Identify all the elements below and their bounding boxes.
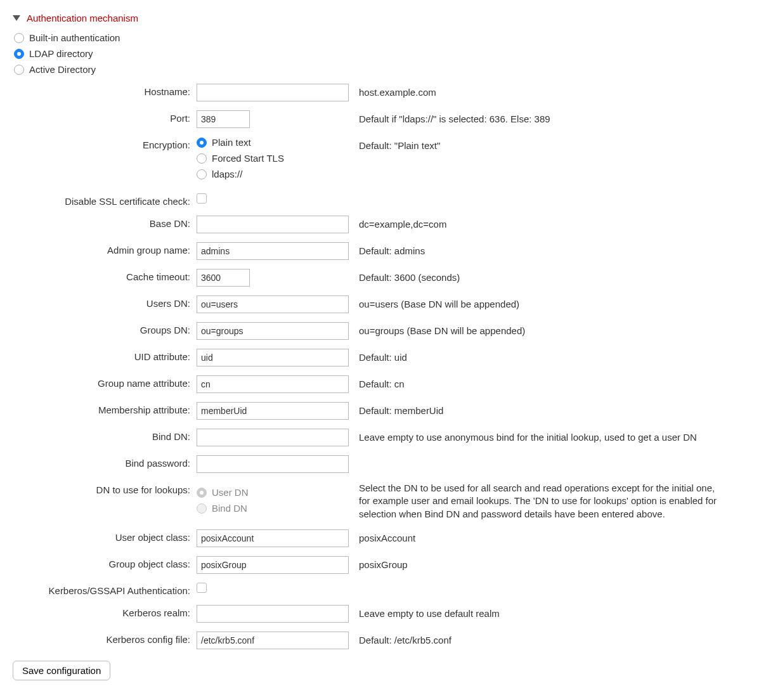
cache-timeout-label: Cache timeout: (13, 269, 197, 282)
kerberos-realm-hint: Leave empty to use default realm (349, 605, 723, 620)
users-dn-input[interactable] (197, 295, 349, 313)
encryption-tls-label[interactable]: Forced Start TLS (212, 153, 284, 164)
encryption-ldaps-radio[interactable] (197, 169, 207, 179)
hostname-input[interactable] (197, 84, 349, 101)
auth-ldap-radio[interactable] (14, 49, 24, 59)
cache-timeout-hint: Default: 3600 (seconds) (349, 269, 723, 284)
section-title: Authentication mechanism (27, 13, 138, 23)
hostname-hint: host.example.com (349, 84, 723, 99)
bind-dn-hint: Leave empty to use anonymous bind for th… (349, 429, 723, 444)
membership-attr-input[interactable] (197, 402, 349, 420)
kerberos-auth-checkbox[interactable] (197, 583, 207, 593)
group-obj-class-input[interactable] (197, 556, 349, 574)
user-obj-class-hint: posixAccount (349, 529, 723, 545)
users-dn-hint: ou=users (Base DN will be appended) (349, 295, 723, 311)
group-obj-class-label: Group object class: (13, 556, 197, 569)
admin-group-label: Admin group name: (13, 242, 197, 256)
encryption-label: Encryption: (13, 137, 197, 150)
disclosure-triangle-icon (13, 15, 20, 21)
dn-lookup-user-label: User DN (212, 487, 249, 498)
encryption-ldaps-label[interactable]: ldaps:// (212, 169, 242, 179)
port-label: Port: (13, 110, 197, 124)
groups-dn-label: Groups DN: (13, 322, 197, 335)
dn-lookup-user-radio (197, 488, 207, 498)
dn-lookup-bind-label: Bind DN (212, 503, 247, 514)
group-name-attr-hint: Default: cn (349, 375, 723, 391)
auth-type-group: Built-in authentication LDAP directory A… (13, 32, 753, 75)
kerberos-realm-input[interactable] (197, 605, 349, 623)
kerberos-auth-label: Kerberos/GSSAPI Authentication: (13, 583, 197, 596)
section-header[interactable]: Authentication mechanism (13, 13, 753, 23)
membership-attr-hint: Default: memberUid (349, 402, 723, 417)
groups-dn-input[interactable] (197, 322, 349, 340)
auth-builtin-label[interactable]: Built-in authentication (29, 32, 120, 43)
disable-ssl-checkbox[interactable] (197, 193, 207, 204)
auth-ad-label[interactable]: Active Directory (29, 64, 96, 75)
port-input[interactable] (197, 110, 250, 128)
group-obj-class-hint: posixGroup (349, 556, 723, 571)
admin-group-hint: Default: admins (349, 242, 723, 257)
group-name-attr-label: Group name attribute: (13, 375, 197, 389)
auth-ldap-label[interactable]: LDAP directory (29, 48, 93, 59)
kerberos-config-label: Kerberos config file: (13, 632, 197, 645)
encryption-plain-radio[interactable] (197, 138, 207, 148)
dn-lookups-hint: Select the DN to be used for all search … (349, 482, 723, 521)
uid-attr-input[interactable] (197, 349, 349, 366)
auth-builtin-radio[interactable] (14, 33, 24, 43)
user-obj-class-input[interactable] (197, 529, 349, 547)
dn-lookup-bind-radio (197, 503, 207, 514)
encryption-tls-radio[interactable] (197, 153, 207, 164)
save-configuration-button[interactable]: Save configuration (13, 661, 110, 680)
port-hint: Default if "ldaps://" is selected: 636. … (349, 110, 723, 126)
groups-dn-hint: ou=groups (Base DN will be appended) (349, 322, 723, 337)
bind-password-label: Bind password: (13, 455, 197, 469)
base-dn-label: Base DN: (13, 216, 197, 229)
auth-ad-radio[interactable] (14, 65, 24, 75)
kerberos-config-hint: Default: /etc/krb5.conf (349, 632, 723, 647)
hostname-label: Hostname: (13, 84, 197, 97)
uid-attr-hint: Default: uid (349, 349, 723, 364)
base-dn-input[interactable] (197, 216, 349, 233)
bind-dn-input[interactable] (197, 429, 349, 446)
encryption-plain-label[interactable]: Plain text (212, 137, 251, 148)
cache-timeout-input[interactable] (197, 269, 250, 287)
bind-dn-label: Bind DN: (13, 429, 197, 442)
membership-attr-label: Membership attribute: (13, 402, 197, 415)
uid-attr-label: UID attribute: (13, 349, 197, 362)
bind-password-input[interactable] (197, 455, 349, 473)
disable-ssl-label: Disable SSL certificate check: (13, 193, 197, 207)
user-obj-class-label: User object class: (13, 529, 197, 543)
encryption-hint: Default: "Plain text" (349, 137, 723, 152)
kerberos-realm-label: Kerberos realm: (13, 605, 197, 618)
base-dn-hint: dc=example,dc=com (349, 216, 723, 231)
admin-group-input[interactable] (197, 242, 349, 260)
dn-lookups-label: DN to use for lookups: (13, 482, 197, 495)
group-name-attr-input[interactable] (197, 375, 349, 393)
users-dn-label: Users DN: (13, 295, 197, 309)
kerberos-config-input[interactable] (197, 632, 349, 649)
